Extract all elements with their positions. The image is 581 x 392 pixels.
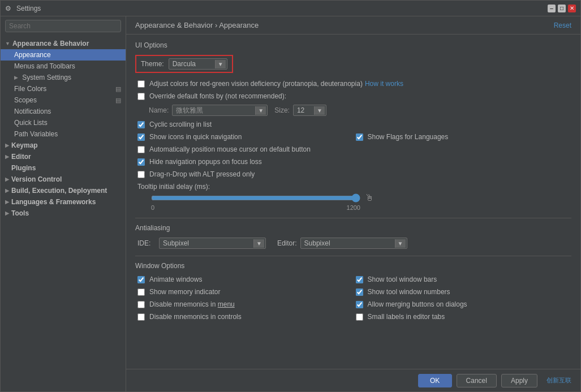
- reset-link[interactable]: Reset: [554, 21, 571, 29]
- sidebar-item-appearance-behavior[interactable]: ▼ Appearance & Behavior: [1, 38, 126, 49]
- sidebar-item-plugins[interactable]: ▶ Plugins: [1, 162, 126, 174]
- disable-mnemonics-controls-label: Disable mnemonics in controls: [149, 313, 242, 321]
- expand-icon: ▼: [5, 41, 10, 46]
- sidebar-item-file-colors[interactable]: File Colors ▤: [1, 83, 126, 94]
- sidebar-item-appearance[interactable]: Appearance: [1, 49, 126, 61]
- tooltip-slider[interactable]: [151, 193, 360, 203]
- show-tool-window-numbers-checkbox[interactable]: [356, 288, 363, 296]
- show-icons-label: Show icons in quick navigation: [149, 133, 242, 141]
- main-panel: Appearance & Behavior › Appearance Reset…: [126, 16, 580, 391]
- antialiasing-title: Antialiasing: [135, 224, 571, 232]
- expand-icon: ▶: [14, 75, 18, 80]
- show-icons-checkbox[interactable]: [137, 133, 145, 141]
- allow-merging-checkbox[interactable]: [356, 301, 363, 308]
- sidebar-item-label: File Colors: [14, 85, 46, 93]
- size-select[interactable]: 12 10 11 13 14: [296, 106, 313, 115]
- cyclic-scrolling-checkbox[interactable]: [137, 121, 145, 128]
- expand-icon: ▶: [5, 176, 9, 182]
- size-dropdown[interactable]: 12 10 11 13 14 ▼: [293, 105, 326, 116]
- drag-drop-checkbox[interactable]: [137, 171, 145, 178]
- scopes-icon: ▤: [115, 97, 121, 104]
- ui-options-title: UI Options: [135, 41, 571, 49]
- ok-button[interactable]: OK: [418, 374, 452, 387]
- sidebar-item-editor[interactable]: ▶ Editor: [1, 151, 126, 162]
- color-deficiency-checkbox[interactable]: [137, 80, 145, 88]
- window-title: Settings: [16, 5, 548, 12]
- search-input[interactable]: [5, 20, 121, 32]
- show-memory-checkbox[interactable]: [137, 288, 145, 296]
- disable-mnemonics-controls-row: Disable mnemonics in controls: [135, 313, 242, 321]
- slider-values: 0 1200: [137, 204, 360, 211]
- small-labels-checkbox[interactable]: [356, 313, 363, 321]
- theme-arrow[interactable]: ▼: [215, 60, 226, 68]
- color-deficiency-row: Adjust colors for red-green vision defic…: [135, 80, 571, 88]
- hide-nav-row: Hide navigation popups on focus loss: [135, 158, 571, 166]
- sidebar-item-label: Notifications: [14, 107, 51, 115]
- title-bar: ⚙ Settings – □ ✕: [1, 1, 580, 16]
- how-it-works-link[interactable]: How it works: [365, 80, 403, 88]
- tooltip-slider-container: 🖱: [137, 193, 571, 203]
- disable-mnemonics-controls-checkbox[interactable]: [137, 313, 145, 321]
- cyclic-scrolling-row: Cyclic scrolling in list: [135, 120, 571, 128]
- auto-position-label: Automatically position mouse cursor on d…: [149, 145, 311, 153]
- memory-toolnumbers-row: Show memory indicator Show tool window n…: [135, 288, 571, 296]
- allow-merging-col: Allow merging buttons on dialogs: [354, 300, 572, 308]
- sidebar-item-languages-frameworks[interactable]: ▶ Languages & Frameworks: [1, 196, 126, 208]
- show-flags-row: Show Flags for Languages: [354, 133, 449, 141]
- minimize-button[interactable]: –: [548, 5, 556, 12]
- editor-aa-label: Editor:: [277, 239, 297, 247]
- show-tool-window-bars-checkbox[interactable]: [356, 276, 363, 283]
- sidebar-item-keymap[interactable]: ▶ Keymap: [1, 140, 126, 151]
- sidebar-item-path-variables[interactable]: Path Variables: [1, 128, 126, 140]
- maximize-button[interactable]: □: [558, 5, 566, 12]
- editor-aa-arrow[interactable]: ▼: [395, 239, 406, 248]
- expand-icon: ▶: [5, 210, 9, 216]
- sidebar-item-notifications[interactable]: Notifications: [1, 106, 126, 117]
- drag-drop-label: Drag-n-Drop with ALT pressed only: [149, 170, 255, 178]
- size-arrow[interactable]: ▼: [314, 106, 325, 115]
- apply-button[interactable]: Apply: [501, 374, 537, 387]
- font-name-select[interactable]: 微软雅黑: [175, 106, 254, 115]
- show-flags-label: Show Flags for Languages: [368, 133, 449, 141]
- font-name-size-row: Name: 微软雅黑 ▼ Size: 12 10 11 13: [135, 105, 571, 116]
- memory-col: Show memory indicator: [135, 288, 354, 296]
- flags-col: Show Flags for Languages: [354, 133, 572, 141]
- sidebar-item-scopes[interactable]: Scopes ▤: [1, 94, 126, 106]
- icons-col: Show icons in quick navigation: [135, 133, 354, 141]
- show-flags-checkbox[interactable]: [356, 133, 363, 141]
- editor-aa-dropdown[interactable]: Subpixel No antialiasing Greyscale ▼: [300, 238, 407, 249]
- animate-windows-label: Animate windows: [149, 275, 202, 283]
- slider-end-icon: 🖱: [365, 193, 374, 203]
- mnemonics-merge-row: Disable mnemonics in menu Allow merging …: [135, 300, 571, 308]
- sidebar-item-label: Path Variables: [14, 130, 58, 138]
- sidebar-item-label: Editor: [11, 153, 31, 161]
- ide-aa-label: IDE:: [137, 239, 156, 247]
- hide-nav-checkbox[interactable]: [137, 158, 145, 166]
- override-fonts-checkbox[interactable]: [137, 93, 145, 100]
- sidebar-item-quick-lists[interactable]: Quick Lists: [1, 117, 126, 128]
- theme-dropdown[interactable]: Darcula IntelliJ High contrast ▼: [169, 58, 227, 70]
- theme-select[interactable]: Darcula IntelliJ High contrast: [171, 59, 214, 68]
- font-name-dropdown[interactable]: 微软雅黑 ▼: [172, 105, 268, 116]
- ide-aa-select[interactable]: Subpixel No antialiasing Greyscale: [162, 239, 252, 248]
- animate-windows-checkbox[interactable]: [137, 276, 145, 283]
- sidebar-item-tools[interactable]: ▶ Tools: [1, 208, 126, 219]
- disable-mnemonics-menu-row: Disable mnemonics in menu: [135, 300, 235, 308]
- auto-position-checkbox[interactable]: [137, 146, 145, 153]
- show-tool-window-bars-row: Show tool window bars: [354, 275, 437, 283]
- font-name-arrow[interactable]: ▼: [255, 106, 266, 115]
- show-icons-row: Show icons in quick navigation: [135, 133, 242, 141]
- ide-aa-dropdown[interactable]: Subpixel No antialiasing Greyscale ▼: [159, 238, 266, 249]
- sidebar-item-system-settings[interactable]: ▶ System Settings: [1, 72, 126, 83]
- sidebar-item-build-execution-deployment[interactable]: ▶ Build, Execution, Deployment: [1, 185, 126, 196]
- settings-tree: ▼ Appearance & Behavior Appearance Menus…: [1, 36, 126, 391]
- sidebar-item-version-control[interactable]: ▶ Version Control: [1, 174, 126, 185]
- sidebar-item-label: Keymap: [11, 141, 38, 149]
- app-icon: ⚙: [5, 5, 13, 12]
- editor-aa-select[interactable]: Subpixel No antialiasing Greyscale: [303, 239, 394, 248]
- sidebar-item-menus-toolbars[interactable]: Menus and Toolbars: [1, 61, 126, 72]
- disable-mnemonics-menu-checkbox[interactable]: [137, 301, 145, 308]
- cancel-button[interactable]: Cancel: [457, 374, 497, 387]
- close-button[interactable]: ✕: [568, 5, 576, 12]
- ide-aa-arrow[interactable]: ▼: [253, 239, 264, 248]
